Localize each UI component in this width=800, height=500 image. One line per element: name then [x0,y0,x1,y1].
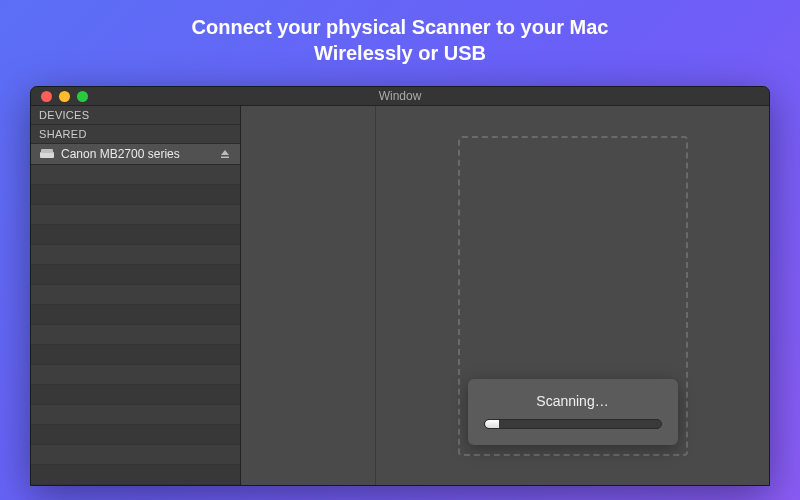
svg-rect-2 [221,157,229,159]
progress-bar [484,419,662,429]
list-item [31,465,240,485]
progress-fill [485,420,499,428]
scan-status-label: Scanning… [484,393,662,409]
window-body: DEVICES SHARED Canon MB2700 series [31,106,769,485]
list-item [31,265,240,285]
list-item [31,325,240,345]
sidebar-section-shared: SHARED [31,125,240,144]
list-item [31,445,240,465]
sidebar-device-item[interactable]: Canon MB2700 series [31,144,240,165]
list-item [31,405,240,425]
preview-panel: Scanning… [376,106,769,485]
list-item [31,365,240,385]
thumbnail-panel [241,106,376,485]
list-item [31,245,240,265]
zoom-icon[interactable] [77,91,88,102]
list-item [31,385,240,405]
sidebar-empty-rows [31,165,240,485]
list-item [31,205,240,225]
list-item [31,285,240,305]
device-name: Canon MB2700 series [61,147,218,161]
close-icon[interactable] [41,91,52,102]
list-item [31,225,240,245]
window-controls [31,91,88,102]
list-item [31,425,240,445]
eject-icon[interactable] [218,147,232,161]
list-item [31,185,240,205]
scanner-icon [39,148,55,160]
scan-progress-dialog: Scanning… [468,379,678,445]
list-item [31,305,240,325]
main-area: Scanning… [241,106,769,485]
app-window: Window DEVICES SHARED Canon MB2700 serie… [30,86,770,486]
hero-line-2: Wirelessly or USB [0,40,800,66]
hero-line-1: Connect your physical Scanner to your Ma… [0,14,800,40]
titlebar[interactable]: Window [31,87,769,106]
hero-text: Connect your physical Scanner to your Ma… [0,0,800,66]
svg-rect-1 [41,149,53,153]
sidebar-section-devices: DEVICES [31,106,240,125]
list-item [31,165,240,185]
minimize-icon[interactable] [59,91,70,102]
window-title: Window [31,89,769,103]
list-item [31,345,240,365]
sidebar: DEVICES SHARED Canon MB2700 series [31,106,241,485]
